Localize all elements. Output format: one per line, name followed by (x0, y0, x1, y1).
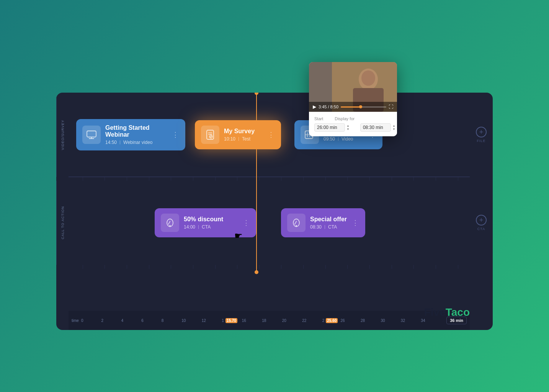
add-cta-button[interactable]: + CTA (470, 181, 493, 265)
meta-divider2 (239, 137, 239, 141)
svg-rect-6 (87, 131, 96, 137)
special-offer-info: Special offer 08:30 CTA (310, 216, 347, 230)
webinar-icon (82, 126, 101, 144)
ruler-mark-0: 0 (81, 318, 83, 323)
row-label-cta: CALL TO ACTION (56, 181, 69, 265)
my-survey-meta: 10:10 Test (224, 136, 263, 142)
special-offer-time: 08:30 (310, 224, 322, 230)
ruler-mark-34: 34 (421, 318, 425, 323)
ruler-time-label: time (72, 318, 79, 323)
my-survey-type: Test (242, 136, 250, 142)
display-for-label: Display for (335, 116, 355, 121)
main-container: ▶ 3:45 / 8:50 ⛶ Start Display for (56, 62, 493, 330)
card-dots-discount[interactable]: ⋮ (243, 219, 250, 227)
card-dots-my-survey[interactable]: ⋮ (268, 131, 275, 139)
svg-point-19 (169, 225, 171, 227)
ruler-mark-22: 22 (302, 318, 306, 323)
my-survey-title: My Survey (224, 128, 263, 135)
video-progress-fill (341, 106, 361, 108)
discount-title: 50% discount (184, 216, 238, 223)
fullscreen-icon[interactable]: ⛶ (389, 104, 393, 109)
timeline-ruler: time 0 2 4 6 8 10 12 1 15.70 16 18 20 22… (69, 311, 470, 330)
ruler-mark-10: 10 (181, 318, 186, 323)
popup-labels-row: Start Display for (314, 116, 392, 121)
row-label-video: VIDEO/SURVEY (56, 93, 69, 177)
card-dots-special[interactable]: ⋮ (352, 219, 359, 227)
popup-values-row: ▲ ▼ ▲ ▼ ✕ Delete (314, 123, 392, 132)
timeline-row-video: Getting Started Webinar 14:50 Webinar vi… (69, 93, 470, 177)
cta-label: CALL TO ACTION (61, 206, 65, 240)
ruler-mark-8: 8 (162, 318, 164, 323)
my-survey-time: 10:10 (224, 136, 235, 142)
my-survey-info: My Survey 10:10 Test (224, 128, 263, 142)
ruler-mark-20: 20 (282, 318, 286, 323)
promo-video-type: Video (341, 136, 353, 142)
special-offer-meta: 08:30 CTA (310, 224, 347, 230)
start-input-group: ▲ ▼ (314, 123, 350, 132)
card-getting-started[interactable]: Getting Started Webinar 14:50 Webinar vi… (76, 119, 185, 150)
start-input[interactable] (314, 123, 345, 132)
ruler-mark-32: 32 (401, 318, 405, 323)
ruler-mark-28: 28 (361, 318, 365, 323)
playhead-line[interactable] (256, 93, 257, 273)
getting-started-type: Webinar video (123, 140, 153, 145)
getting-started-time: 14:50 (105, 140, 117, 145)
ruler-mark-18: 18 (262, 318, 266, 323)
getting-started-title: Getting Started Webinar (105, 124, 167, 138)
special-offer-icon (287, 214, 306, 232)
special-offer-type: CTA (328, 224, 337, 230)
play-icon[interactable]: ▶ (313, 104, 316, 109)
start-down-btn[interactable]: ▼ (346, 128, 350, 131)
ruler-marks-container: 0 2 4 6 8 10 12 1 15.70 16 18 20 22 2 25… (81, 311, 446, 330)
video-popup-controls: Start Display for ▲ ▼ ▲ ▼ (309, 112, 397, 136)
add-file-button[interactable]: + FILE (470, 93, 493, 177)
display-spinners: ▲ ▼ (392, 124, 395, 131)
meta-divider5 (325, 225, 325, 229)
cta-plus-label: CTA (477, 227, 485, 231)
video-progress-bar[interactable] (341, 106, 386, 108)
file-label: FILE (477, 139, 485, 143)
ruler-highlight-1570: 15.70 (225, 318, 237, 323)
playhead-bottom-dot (255, 270, 258, 274)
discount-meta: 14:00 CTA (184, 224, 238, 230)
video-time: 3:45 / 8:50 (319, 105, 338, 109)
start-spinners: ▲ ▼ (346, 124, 350, 131)
start-up-btn[interactable]: ▲ (346, 124, 350, 127)
video-thumbnail: ▶ 3:45 / 8:50 ⛶ (309, 62, 397, 112)
discount-icon (161, 214, 179, 232)
plus-file-icon: + (476, 127, 487, 137)
meta-divider4 (198, 225, 199, 229)
promo-video-time: 09:50 (324, 136, 335, 142)
discount-time: 14:00 (184, 224, 195, 230)
plus-cta-icon: + (476, 215, 487, 225)
special-offer-title: Special offer (310, 216, 347, 223)
card-special-offer[interactable]: Special offer 08:30 CTA ⋮ (281, 208, 365, 237)
logo-taco: Taco (446, 306, 470, 318)
ruler-mark-16: 16 (242, 318, 246, 323)
ruler-mark-2: 2 (101, 318, 103, 323)
display-for-input[interactable] (360, 123, 391, 132)
video-popup: ▶ 3:45 / 8:50 ⛶ Start Display for (309, 62, 397, 136)
ruler-mark-6: 6 (141, 318, 144, 323)
video-survey-label: VIDEO/SURVEY (61, 119, 65, 150)
card-my-survey[interactable]: My Survey 10:10 Test ⋮ (195, 120, 281, 149)
discount-info: 50% discount 14:00 CTA (184, 216, 238, 230)
fivetaco-logo: FiveTaco (424, 306, 470, 318)
video-progress-dot (359, 105, 362, 108)
ruler-highlight-2560: 25.60 (326, 318, 338, 323)
survey-icon (201, 126, 219, 144)
ruler-mark-4: 4 (121, 318, 124, 323)
video-controls-bar: ▶ 3:45 / 8:50 ⛶ (309, 102, 397, 112)
ruler-mark-30: 30 (381, 318, 385, 323)
svg-point-20 (296, 225, 297, 227)
ruler-mark-12: 12 (202, 318, 206, 323)
row-divider (69, 177, 470, 177)
meta-divider (120, 140, 120, 144)
getting-started-info: Getting Started Webinar 14:50 Webinar vi… (105, 124, 167, 145)
card-dots-getting-started[interactable]: ⋮ (172, 131, 179, 139)
display-up-btn[interactable]: ▲ (392, 124, 395, 127)
promo-video-meta: 09:50 Video (324, 136, 364, 142)
display-down-btn[interactable]: ▼ (392, 128, 395, 131)
card-discount[interactable]: 50% discount 14:00 CTA ⋮ (155, 208, 256, 237)
timeline-row-cta: 50% discount 14:00 CTA ⋮ (69, 181, 470, 265)
